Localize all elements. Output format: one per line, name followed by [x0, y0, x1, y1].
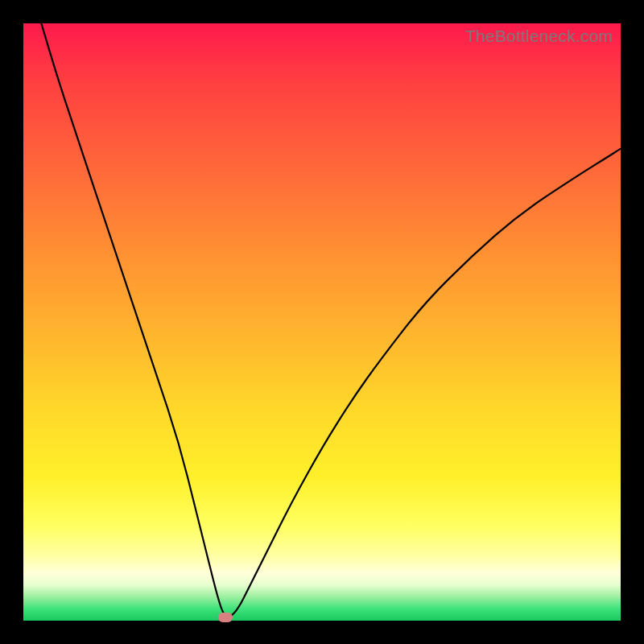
plot-area: TheBottleneck.com: [23, 23, 621, 621]
bottleneck-curve: [23, 23, 621, 621]
chart-frame: TheBottleneck.com: [0, 0, 644, 644]
optimal-point-marker: [218, 613, 233, 622]
